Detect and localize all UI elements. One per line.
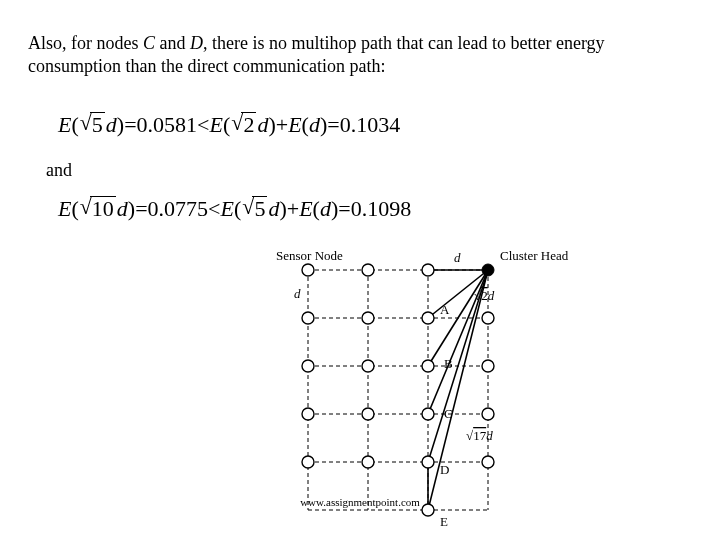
label-d-top: d xyxy=(454,250,461,265)
svg-point-29 xyxy=(362,408,374,420)
svg-point-18 xyxy=(362,264,374,276)
svg-point-26 xyxy=(422,360,434,372)
eq2-s5: 5 xyxy=(252,196,267,221)
eq1-E3: E xyxy=(288,112,301,138)
eq2-d3: d xyxy=(320,196,331,222)
eq2-lp2: ( xyxy=(234,196,241,222)
eq1-s2: 2 xyxy=(241,112,256,137)
svg-point-24 xyxy=(302,360,314,372)
label-sqrt17d: √17d xyxy=(466,428,493,443)
label-E: E xyxy=(440,514,448,529)
svg-point-22 xyxy=(422,312,434,324)
eq1-lp3: ( xyxy=(302,112,309,138)
eq1-d3: d xyxy=(309,112,320,138)
eq1-lt: < xyxy=(197,112,209,138)
svg-line-15 xyxy=(428,270,488,510)
label-sqrt2d: √2d xyxy=(474,288,495,303)
label-A: A xyxy=(440,302,450,317)
svg-point-32 xyxy=(302,456,314,468)
eq2-v2: 0.1098 xyxy=(351,196,412,222)
eq1-lp1: ( xyxy=(71,112,78,138)
eq2-lt: < xyxy=(208,196,220,222)
equation-1: E ( √5 d ) = 0.0581 < E ( √2 d ) + E ( d… xyxy=(58,112,400,138)
eq1-v1: 0.0581 xyxy=(137,112,198,138)
eq1-E1: E xyxy=(58,112,71,138)
para1-D: D xyxy=(190,33,203,53)
eq2-d1: d xyxy=(117,196,128,222)
eq1-eq: = xyxy=(124,112,136,138)
label-sensor-node: Sensor Node xyxy=(276,248,343,263)
paragraph-1: Also, for nodes C and D, there is no mul… xyxy=(28,32,692,79)
svg-point-17 xyxy=(302,264,314,276)
eq1-d1: d xyxy=(106,112,117,138)
page: Also, for nodes C and D, there is no mul… xyxy=(0,0,720,540)
equation-2: E ( √10 d ) = 0.0775 < E ( √5 d ) + E ( … xyxy=(58,196,411,222)
eq1-eq2: = xyxy=(327,112,339,138)
svg-point-19 xyxy=(422,264,434,276)
label-cluster-head: Cluster Head xyxy=(500,248,569,263)
eq2-rp3: ) xyxy=(331,196,338,222)
eq2-rp1: ) xyxy=(128,196,135,222)
eq1-rp3: ) xyxy=(320,112,327,138)
svg-point-35 xyxy=(482,456,494,468)
svg-point-31 xyxy=(482,408,494,420)
eq2-lp1: ( xyxy=(71,196,78,222)
para1-text-a: Also, for nodes xyxy=(28,33,143,53)
eq1-d2: d xyxy=(257,112,268,138)
eq2-d2: d xyxy=(268,196,279,222)
svg-point-20 xyxy=(302,312,314,324)
svg-point-34 xyxy=(422,456,434,468)
eq2-E2: E xyxy=(221,196,234,222)
label-D: D xyxy=(440,462,449,477)
para1-C: C xyxy=(143,33,155,53)
label-d-left: d xyxy=(294,286,301,301)
svg-point-21 xyxy=(362,312,374,324)
eq2-E3: E xyxy=(299,196,312,222)
eq2-s10: 10 xyxy=(90,196,116,221)
svg-point-33 xyxy=(362,456,374,468)
svg-point-27 xyxy=(482,360,494,372)
eq2-rp2: ) xyxy=(279,196,286,222)
sqrt-icon: √2 xyxy=(231,112,256,137)
eq2-lp3: ( xyxy=(313,196,320,222)
svg-point-30 xyxy=(422,408,434,420)
and-text: and xyxy=(46,160,72,181)
eq2-plus: + xyxy=(287,196,299,222)
sqrt-icon: √10 xyxy=(80,196,116,221)
eq1-plus: + xyxy=(276,112,288,138)
network-diagram: Sensor Node Cluster Head d d A B C D E √… xyxy=(248,244,608,529)
footer-url: www.assignmentpoint.com xyxy=(0,496,720,508)
svg-point-23 xyxy=(482,312,494,324)
svg-point-25 xyxy=(362,360,374,372)
eq1-E2: E xyxy=(210,112,223,138)
label-B: B xyxy=(444,356,453,371)
eq1-rp1: ) xyxy=(117,112,124,138)
para1-text-b: and xyxy=(155,33,190,53)
eq2-v1: 0.0775 xyxy=(148,196,209,222)
eq2-eq2: = xyxy=(338,196,350,222)
svg-point-28 xyxy=(302,408,314,420)
eq1-s5a: 5 xyxy=(90,112,105,137)
sqrt-icon: √5 xyxy=(242,196,267,221)
eq1-v2: 0.1034 xyxy=(340,112,401,138)
cluster-head-icon xyxy=(482,264,494,276)
eq1-lp2: ( xyxy=(223,112,230,138)
label-C: C xyxy=(444,406,453,421)
eq2-eq: = xyxy=(135,196,147,222)
sqrt-icon: √5 xyxy=(80,112,105,137)
eq1-rp2: ) xyxy=(268,112,275,138)
eq2-E1: E xyxy=(58,196,71,222)
